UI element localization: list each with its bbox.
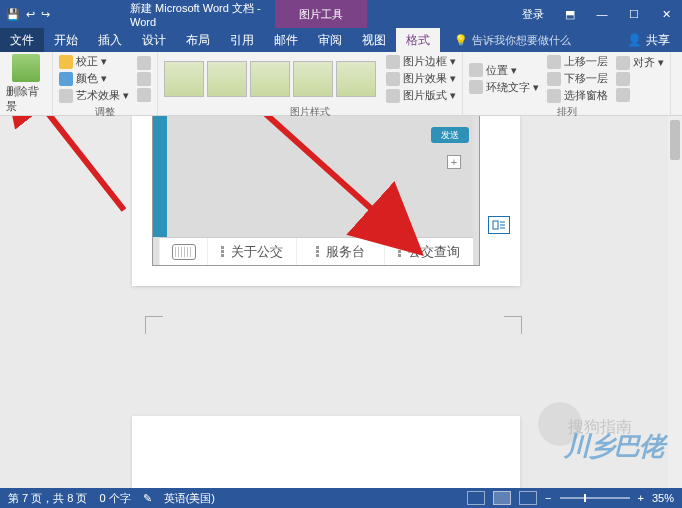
page-1: 发送 + 关于公交 服务台 公交查询 bbox=[132, 116, 520, 286]
svg-rect-0 bbox=[493, 221, 498, 229]
picture-style-gallery[interactable] bbox=[164, 61, 376, 97]
layout-label: 图片版式 bbox=[403, 88, 447, 103]
phone-bottom-tabs: 关于公交 服务台 公交查询 bbox=[159, 237, 473, 265]
tab-file[interactable]: 文件 bbox=[0, 28, 44, 52]
send-backward-button[interactable]: 下移一层 bbox=[547, 71, 608, 86]
group-size: 裁剪 ↕▴▾ ↔▴▾ 大小 bbox=[671, 52, 682, 115]
tell-me-search[interactable]: 💡 告诉我你想要做什么 bbox=[440, 28, 571, 52]
phone-left-strip bbox=[153, 116, 167, 237]
share-button[interactable]: 👤 共享 bbox=[615, 28, 682, 52]
change-picture-button[interactable] bbox=[137, 72, 151, 86]
save-icon[interactable]: 💾 bbox=[6, 8, 20, 21]
page-corner-mark bbox=[145, 316, 163, 334]
inserted-picture[interactable]: 发送 + 关于公交 服务台 公交查询 bbox=[152, 116, 480, 266]
border-label: 图片边框 bbox=[403, 54, 447, 69]
minimize-icon[interactable]: — bbox=[586, 8, 618, 21]
artistic-label: 艺术效果 bbox=[76, 88, 120, 103]
style-thumb[interactable] bbox=[207, 61, 247, 97]
phone-service-tab: 服务台 bbox=[296, 238, 385, 265]
color-label: 颜色 bbox=[76, 71, 98, 86]
close-icon[interactable]: ✕ bbox=[650, 8, 682, 21]
vertical-scrollbar[interactable] bbox=[668, 116, 682, 488]
crop-button[interactable]: 裁剪 bbox=[677, 54, 682, 99]
picture-layout-button[interactable]: 图片版式 ▾ bbox=[386, 88, 456, 103]
reset-button[interactable] bbox=[137, 88, 151, 102]
scrollbar-thumb[interactable] bbox=[670, 120, 680, 160]
tab-format[interactable]: 格式 bbox=[396, 28, 440, 52]
corrections-button[interactable]: 校正 ▾ bbox=[59, 54, 129, 69]
style-thumb[interactable] bbox=[336, 61, 376, 97]
account-sign-in[interactable]: 登录 bbox=[512, 7, 554, 22]
align-button[interactable]: 对齐 ▾ bbox=[616, 55, 664, 70]
tab-insert[interactable]: 插入 bbox=[88, 28, 132, 52]
zoom-level[interactable]: 35% bbox=[652, 492, 674, 504]
layout-options-button[interactable] bbox=[488, 216, 510, 234]
watermark-text: 川乡巴佬 bbox=[564, 429, 664, 464]
reset-icon bbox=[137, 88, 151, 102]
select-pane-icon bbox=[547, 89, 561, 103]
zoom-out-button[interactable]: − bbox=[545, 492, 551, 504]
zoom-in-button[interactable]: + bbox=[638, 492, 644, 504]
phone-query-tab: 公交查询 bbox=[384, 238, 473, 265]
tab-home[interactable]: 开始 bbox=[44, 28, 88, 52]
page-corner-mark bbox=[504, 316, 522, 334]
redo-icon[interactable]: ↪ bbox=[41, 8, 50, 21]
maximize-icon[interactable]: ☐ bbox=[618, 8, 650, 21]
share-label: 共享 bbox=[646, 32, 670, 49]
tab-view[interactable]: 视图 bbox=[352, 28, 396, 52]
style-thumb[interactable] bbox=[293, 61, 333, 97]
size-group-label: 大小 bbox=[671, 101, 682, 117]
group-icon bbox=[616, 72, 630, 86]
selection-pane-button[interactable]: 选择窗格 bbox=[547, 88, 608, 103]
page-indicator[interactable]: 第 7 页，共 8 页 bbox=[8, 491, 87, 506]
tab-mailings[interactable]: 邮件 bbox=[264, 28, 308, 52]
style-thumb[interactable] bbox=[164, 61, 204, 97]
wrap-label: 环绕文字 bbox=[486, 80, 530, 95]
forward-label: 上移一层 bbox=[564, 54, 608, 69]
border-icon bbox=[386, 55, 400, 69]
artistic-effects-button[interactable]: 艺术效果 ▾ bbox=[59, 88, 129, 103]
bring-forward-button[interactable]: 上移一层 bbox=[547, 54, 608, 69]
group-picture-styles: 图片边框 ▾ 图片效果 ▾ 图片版式 ▾ 图片样式 bbox=[158, 52, 463, 115]
change-icon bbox=[137, 72, 151, 86]
tell-me-placeholder: 告诉我你想要做什么 bbox=[472, 33, 571, 48]
print-layout-button[interactable] bbox=[493, 491, 511, 505]
language-indicator[interactable]: 英语(美国) bbox=[164, 491, 215, 506]
share-icon: 👤 bbox=[627, 33, 642, 47]
word-count[interactable]: 0 个字 bbox=[99, 491, 130, 506]
ribbon-display-icon[interactable]: ⬒ bbox=[554, 8, 586, 21]
group-button[interactable] bbox=[616, 72, 664, 86]
zoom-slider[interactable] bbox=[560, 497, 630, 499]
web-layout-button[interactable] bbox=[519, 491, 537, 505]
service-label: 服务台 bbox=[326, 243, 365, 261]
tab-design[interactable]: 设计 bbox=[132, 28, 176, 52]
tab-review[interactable]: 审阅 bbox=[308, 28, 352, 52]
about-label: 关于公交 bbox=[231, 243, 283, 261]
effects-icon bbox=[386, 72, 400, 86]
read-mode-button[interactable] bbox=[467, 491, 485, 505]
undo-icon[interactable]: ↩ bbox=[26, 8, 35, 21]
align-icon bbox=[616, 56, 630, 70]
watermark-circle bbox=[538, 402, 582, 446]
picture-border-button[interactable]: 图片边框 ▾ bbox=[386, 54, 456, 69]
phone-send-button: 发送 bbox=[431, 127, 469, 143]
forward-icon bbox=[547, 55, 561, 69]
page-2 bbox=[132, 416, 520, 488]
tab-layout[interactable]: 布局 bbox=[176, 28, 220, 52]
document-area[interactable]: 发送 + 关于公交 服务台 公交查询 搜狗指南 川乡巴佬 bbox=[0, 116, 682, 488]
select-pane-label: 选择窗格 bbox=[564, 88, 608, 103]
position-button[interactable]: 位置 ▾ bbox=[469, 63, 539, 78]
picture-effects-button[interactable]: 图片效果 ▾ bbox=[386, 71, 456, 86]
compress-button[interactable] bbox=[137, 56, 151, 70]
tab-references[interactable]: 引用 bbox=[220, 28, 264, 52]
wrap-text-button[interactable]: 环绕文字 ▾ bbox=[469, 80, 539, 95]
style-thumb[interactable] bbox=[250, 61, 290, 97]
rotate-button[interactable] bbox=[616, 88, 664, 102]
proofing-icon[interactable]: ✎ bbox=[143, 492, 152, 505]
align-label: 对齐 bbox=[633, 55, 655, 70]
palette-icon bbox=[59, 72, 73, 86]
position-label: 位置 bbox=[486, 63, 508, 78]
color-button[interactable]: 颜色 ▾ bbox=[59, 71, 129, 86]
remove-background-button[interactable]: 删除背景 bbox=[6, 54, 46, 114]
wrap-icon bbox=[469, 80, 483, 94]
